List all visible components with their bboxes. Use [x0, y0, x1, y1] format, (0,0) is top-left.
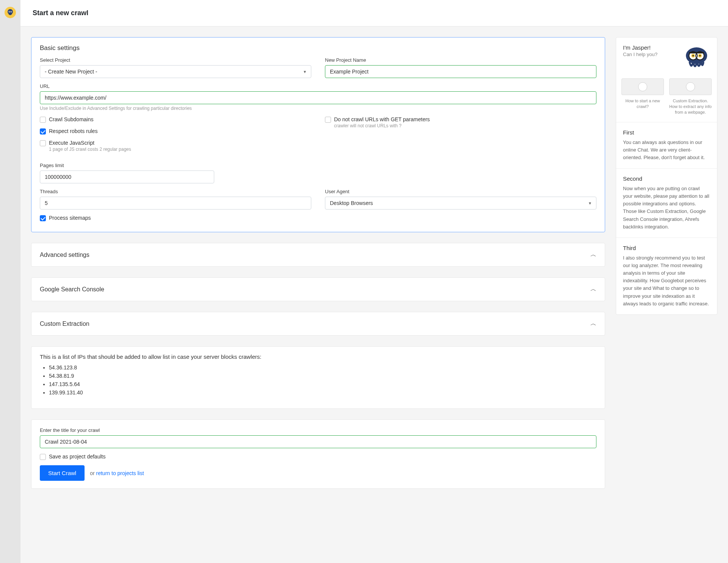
url-hint: Use Include/Exclude in Advanced Settings…	[40, 106, 596, 111]
basic-settings-title: Basic settings	[40, 44, 596, 52]
tip-title: First	[623, 129, 710, 136]
svg-point-10	[692, 55, 694, 56]
advanced-settings-section: Advanced settings ︿	[31, 243, 605, 267]
process-sitemaps-label: Process sitemaps	[49, 215, 91, 221]
threads-input[interactable]	[40, 197, 311, 210]
user-agent-dropdown[interactable]	[325, 197, 596, 210]
tutorial-label: Custom Extraction. How to extract any in…	[669, 98, 712, 115]
svg-point-11	[699, 55, 701, 56]
tip-text: You can always ask questions in our onli…	[623, 139, 710, 161]
custom-extraction-section: Custom Extraction ︿	[31, 312, 605, 336]
tip-title: Second	[623, 175, 710, 182]
crawl-title-label: Enter the title for your crawl	[40, 427, 596, 433]
svg-point-3	[9, 11, 10, 12]
tip-text: Now when you are putting on crawl your w…	[623, 185, 710, 231]
select-project-dropdown[interactable]	[40, 65, 311, 78]
url-input[interactable]	[40, 91, 596, 104]
svg-point-4	[11, 11, 12, 12]
save-defaults-checkbox[interactable]	[40, 454, 46, 460]
chevron-up-icon: ︿	[590, 251, 596, 259]
no-get-params-checkbox[interactable]	[325, 117, 331, 123]
left-sidebar	[0, 0, 20, 563]
play-icon	[669, 78, 712, 95]
respect-robots-label: Respect robots rules	[49, 128, 97, 134]
advanced-settings-title: Advanced settings	[40, 252, 89, 258]
ip-allowlist-card: This is a list of IPs that should be add…	[31, 346, 605, 409]
tutorial-custom-extraction[interactable]: Custom Extraction. How to extract any in…	[669, 78, 712, 115]
crawl-subdomains-label: Crawl Subdomains	[49, 116, 94, 122]
topbar: Start a new crawl	[20, 0, 728, 27]
tip-second: Second Now when you are putting on crawl…	[616, 168, 717, 238]
select-project-label: Select Project	[40, 57, 311, 63]
respect-robots-checkbox[interactable]	[40, 128, 46, 134]
jasper-sub: Can I help you?	[623, 52, 657, 57]
custom-extraction-title: Custom Extraction	[40, 321, 89, 327]
ip-intro: This is a list of IPs that should be add…	[40, 353, 596, 360]
ip-item: 147.135.5.64	[49, 381, 596, 387]
tip-first: First You can always ask questions in ou…	[616, 122, 717, 168]
url-label: URL	[40, 83, 596, 89]
gsc-toggle[interactable]: Google Search Console ︿	[31, 278, 605, 301]
return-projects-link[interactable]: return to projects list	[96, 470, 144, 476]
ip-list: 54.36.123.8 54.38.81.9 147.135.5.64 139.…	[49, 364, 596, 396]
app-logo-icon[interactable]	[5, 7, 16, 18]
tutorial-label: How to start a new crawl?	[621, 98, 664, 109]
chevron-up-icon: ︿	[590, 285, 596, 293]
execute-js-hint: 1 page of JS crawl costs 2 regular pages	[49, 147, 131, 152]
or-text: or	[90, 470, 94, 476]
execute-js-label: Execute JavaScript	[49, 140, 131, 146]
tip-text: I also strongly recommend you to test ou…	[623, 254, 710, 308]
gsc-section: Google Search Console ︿	[31, 277, 605, 301]
threads-label: Threads	[40, 189, 311, 194]
jasper-panel: I'm Jasper! Can I help you?	[616, 37, 717, 315]
crawl-subdomains-checkbox[interactable]	[40, 117, 46, 123]
pages-limit-label: Pages limit	[40, 163, 214, 168]
tip-third: Third I also strongly recommend you to t…	[616, 238, 717, 314]
execute-js-checkbox[interactable]	[40, 140, 46, 146]
new-project-input[interactable]	[325, 65, 596, 78]
basic-settings-card: Basic settings Select Project ▼ New Pr	[31, 37, 605, 232]
tip-title: Third	[623, 245, 710, 251]
ip-item: 54.38.81.9	[49, 373, 596, 379]
pages-limit-input[interactable]	[40, 170, 214, 183]
ip-item: 139.99.131.40	[49, 389, 596, 396]
jasper-name: I'm Jasper!	[623, 44, 657, 51]
start-crawl-button[interactable]: Start Crawl	[40, 465, 85, 481]
ip-item: 54.36.123.8	[49, 364, 596, 371]
crawl-title-card: Enter the title for your crawl Save as p…	[31, 419, 605, 489]
page-title: Start a new crawl	[33, 9, 716, 17]
user-agent-label: User Agent	[325, 189, 596, 194]
no-get-params-label: Do not crawl URLs with GET parameters	[334, 116, 430, 122]
jasper-mascot-icon	[683, 44, 710, 72]
chevron-up-icon: ︿	[590, 320, 596, 328]
save-defaults-label: Save as project defaults	[49, 454, 105, 460]
no-get-params-hint: crawler will not crawl URLs with ?	[334, 123, 430, 128]
svg-point-0	[8, 9, 13, 14]
advanced-settings-toggle[interactable]: Advanced settings ︿	[31, 243, 605, 266]
crawl-title-input[interactable]	[40, 435, 596, 448]
process-sitemaps-checkbox[interactable]	[40, 215, 46, 221]
tutorial-start-crawl[interactable]: How to start a new crawl?	[621, 78, 664, 115]
custom-extraction-toggle[interactable]: Custom Extraction ︿	[31, 312, 605, 335]
gsc-title: Google Search Console	[40, 286, 104, 293]
play-icon	[621, 78, 664, 95]
new-project-label: New Project Name	[325, 57, 596, 63]
